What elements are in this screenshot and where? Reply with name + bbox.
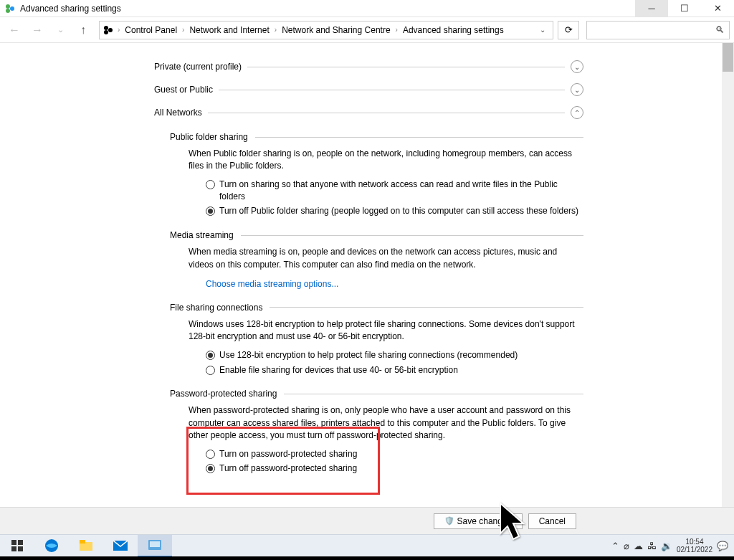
chevron-right-icon[interactable]: › (115, 26, 122, 34)
radio-icon (206, 450, 215, 459)
breadcrumb-item[interactable]: Advanced sharing settings (401, 25, 505, 35)
taskbar-clock[interactable]: 10:54 02/11/2022 (677, 538, 712, 554)
taskbar-explorer[interactable] (69, 535, 103, 557)
subsection-password-sharing: Password-protected sharing (170, 389, 583, 399)
subsection-file-sharing: File sharing connections (170, 303, 583, 313)
search-input[interactable]: 🔍︎ (586, 21, 730, 39)
radio-icon (206, 366, 215, 375)
svg-point-0 (6, 4, 10, 9)
chevron-down-icon[interactable]: ⌄ (571, 83, 583, 96)
radio-icon (206, 180, 215, 189)
onedrive-icon[interactable]: ☁ (634, 541, 643, 551)
taskbar-edge[interactable] (34, 535, 69, 557)
svg-rect-15 (150, 541, 160, 547)
scrollbar-thumb[interactable] (723, 43, 733, 72)
start-button[interactable] (0, 535, 34, 557)
refresh-button[interactable]: ⟳ (558, 21, 579, 39)
forward-button[interactable]: → (27, 20, 47, 40)
taskbar-control-panel[interactable] (138, 535, 172, 557)
notifications-icon[interactable]: 💬 (717, 541, 728, 551)
radio-icon (206, 464, 215, 473)
svg-rect-12 (80, 540, 85, 544)
control-panel-icon (103, 24, 114, 36)
svg-point-1 (10, 6, 14, 11)
svg-rect-9 (18, 546, 23, 551)
bluetooth-icon[interactable]: ⌀ (624, 541, 629, 551)
window-title: Advanced sharing settings (20, 4, 635, 14)
close-button[interactable]: ✕ (701, 0, 734, 17)
subsection-public-folder: Public folder sharing (170, 132, 583, 142)
shield-icon: 🛡️ (444, 516, 454, 526)
volume-icon[interactable]: 🔉 (661, 541, 672, 551)
button-bar: 🛡️ Save changes Cancel (0, 507, 734, 534)
svg-rect-8 (11, 546, 16, 551)
radio-icon (206, 207, 215, 216)
address-bar[interactable]: › Control Panel › Network and Internet ›… (99, 21, 553, 39)
recent-dropdown[interactable]: ⌄ (50, 20, 70, 40)
network-icon[interactable]: 🖧 (647, 541, 657, 551)
radio-icon (206, 351, 215, 360)
section-all-networks[interactable]: All Networks ⌃ (154, 106, 583, 119)
section-guest[interactable]: Guest or Public ⌄ (154, 83, 583, 96)
chevron-down-icon[interactable]: ⌄ (571, 60, 583, 73)
chevron-right-icon[interactable]: › (180, 26, 186, 34)
svg-point-2 (6, 9, 10, 13)
minimize-button[interactable]: ─ (635, 0, 668, 17)
tray-chevron-icon[interactable]: ⌃ (611, 541, 619, 551)
back-button[interactable]: ← (4, 20, 24, 40)
control-panel-icon (4, 3, 16, 14)
search-icon: 🔍︎ (715, 24, 725, 35)
chevron-right-icon[interactable]: › (394, 26, 400, 34)
navigation-bar: ← → ⌄ ↑ › Control Panel › Network and In… (0, 17, 734, 43)
cancel-button[interactable]: Cancel (528, 513, 576, 529)
radio-password-off[interactable]: Turn off password-protected sharing (206, 462, 583, 475)
radio-public-off[interactable]: Turn off Public folder sharing (people l… (206, 205, 583, 217)
taskbar[interactable]: ⌃ ⌀ ☁ 🖧 🔉 10:54 02/11/2022 💬 (0, 534, 734, 556)
radio-128bit[interactable]: Use 128-bit encryption to help protect f… (206, 349, 583, 361)
title-bar: Advanced sharing settings ─ ☐ ✕ (0, 0, 734, 17)
chevron-up-icon[interactable]: ⌃ (571, 106, 583, 119)
svg-rect-7 (18, 540, 23, 545)
up-button[interactable]: ↑ (73, 20, 93, 40)
public-folder-description: When Public folder sharing is on, people… (189, 148, 583, 173)
save-changes-button[interactable]: 🛡️ Save changes (434, 513, 523, 529)
encryption-description: Windows uses 128-bit encryption to help … (189, 318, 583, 343)
breadcrumb-item[interactable]: Network and Internet (188, 25, 270, 35)
svg-rect-6 (11, 540, 16, 545)
chevron-right-icon[interactable]: › (272, 26, 279, 34)
radio-public-on[interactable]: Turn on sharing so that anyone with netw… (206, 179, 583, 203)
password-description: When password-protected sharing is on, o… (189, 404, 583, 442)
breadcrumb-item[interactable]: Control Panel (123, 25, 178, 35)
system-tray[interactable]: ⌃ ⌀ ☁ 🖧 🔉 10:54 02/11/2022 💬 (606, 538, 734, 554)
bottom-strip (0, 556, 734, 560)
radio-40bit[interactable]: Enable file sharing for devices that use… (206, 364, 583, 376)
radio-password-on[interactable]: Turn on password-protected sharing (206, 448, 583, 460)
svg-point-4 (108, 28, 113, 32)
maximize-button[interactable]: ☐ (668, 0, 701, 17)
vertical-scrollbar[interactable] (722, 43, 734, 517)
svg-point-3 (104, 26, 108, 30)
breadcrumb-item[interactable]: Network and Sharing Centre (280, 25, 391, 35)
section-private[interactable]: Private (current profile) ⌄ (154, 60, 583, 73)
address-dropdown[interactable]: ⌄ (535, 26, 550, 34)
media-streaming-link[interactable]: Choose media streaming options... (206, 279, 338, 289)
media-description: When media streaming is on, people and d… (189, 246, 583, 271)
subsection-media-streaming: Media streaming (170, 230, 583, 240)
taskbar-mail[interactable] (103, 535, 138, 557)
content-area: Private (current profile) ⌄ Guest or Pub… (0, 43, 734, 517)
svg-point-5 (104, 30, 108, 34)
